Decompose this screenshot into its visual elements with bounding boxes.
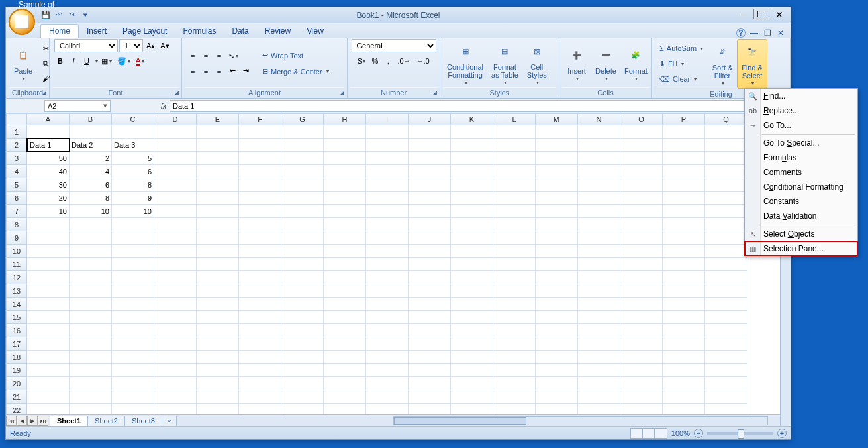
cell-I8[interactable]	[366, 218, 409, 231]
cell-F4[interactable]	[239, 165, 281, 178]
sheet-tab-2[interactable]: Sheet2	[87, 416, 125, 426]
cell-L9[interactable]	[493, 231, 536, 245]
cell-G9[interactable]	[281, 231, 324, 245]
cell-J1[interactable]	[409, 125, 451, 139]
cell-Q19[interactable]	[705, 364, 747, 377]
cell-N14[interactable]	[578, 298, 620, 311]
cell-K10[interactable]	[451, 245, 493, 258]
cell-C16[interactable]	[112, 324, 154, 337]
cell-F2[interactable]	[239, 139, 281, 152]
cell-A13[interactable]	[27, 284, 70, 298]
col-header-L[interactable]: L	[493, 113, 536, 125]
cell-J9[interactable]	[409, 231, 451, 245]
decrease-font-icon[interactable]: A▾	[158, 39, 171, 52]
cell-P7[interactable]	[663, 205, 705, 218]
cell-L8[interactable]	[493, 218, 536, 231]
autosum-button[interactable]: ΣAutoSum▾	[657, 41, 706, 56]
align-middle-icon[interactable]: ≡	[200, 50, 212, 63]
cell-D14[interactable]	[154, 298, 197, 311]
cell-E14[interactable]	[197, 298, 239, 311]
cell-F16[interactable]	[239, 324, 281, 337]
align-top-icon[interactable]: ≡	[187, 50, 199, 63]
cell-O1[interactable]	[620, 125, 663, 139]
fill-color-button[interactable]: 🪣▾	[115, 54, 132, 68]
cell-I1[interactable]	[366, 125, 409, 139]
cell-L12[interactable]	[493, 271, 536, 284]
name-box[interactable]: A2▾	[44, 100, 111, 112]
minimize-ribbon-icon[interactable]: —	[749, 28, 759, 38]
zoom-out-button[interactable]: −	[694, 429, 703, 438]
cell-K20[interactable]	[451, 377, 493, 390]
menu-select-objects[interactable]: ↖Select Objects	[745, 227, 857, 241]
cell-D8[interactable]	[154, 218, 197, 231]
cell-L10[interactable]	[493, 245, 536, 258]
cell-K3[interactable]	[451, 152, 493, 165]
col-header-B[interactable]: B	[70, 113, 112, 125]
cell-H8[interactable]	[324, 218, 366, 231]
paste-button[interactable]: 📋 Paste▾	[9, 43, 38, 84]
font-name-select[interactable]: Calibri	[54, 39, 118, 52]
cell-B9[interactable]	[70, 231, 112, 245]
menu-go-to[interactable]: →Go To...	[745, 118, 857, 133]
cell-A18[interactable]	[27, 351, 70, 364]
cell-J6[interactable]	[409, 192, 451, 205]
cell-G15[interactable]	[281, 311, 324, 324]
cell-K18[interactable]	[451, 351, 493, 364]
cell-B5[interactable]: 6	[70, 178, 112, 192]
cell-M17[interactable]	[536, 337, 578, 351]
font-dialog-launcher[interactable]: ◢	[172, 89, 180, 97]
cell-I19[interactable]	[366, 364, 409, 377]
cell-I4[interactable]	[366, 165, 409, 178]
qat-dropdown-icon[interactable]: ▾	[80, 10, 91, 21]
cell-C21[interactable]	[112, 390, 154, 404]
cell-E7[interactable]	[197, 205, 239, 218]
cell-E12[interactable]	[197, 271, 239, 284]
align-center-icon[interactable]: ≡	[200, 64, 212, 78]
cell-H15[interactable]	[324, 311, 366, 324]
sheet-first-icon[interactable]: ⏮	[6, 416, 17, 426]
minimize-button[interactable]	[735, 9, 752, 21]
cell-J11[interactable]	[409, 258, 451, 271]
tab-insert[interactable]: Insert	[79, 25, 115, 38]
cell-B18[interactable]	[70, 351, 112, 364]
cell-E5[interactable]	[197, 178, 239, 192]
cell-H1[interactable]	[324, 125, 366, 139]
cell-D2[interactable]	[154, 139, 197, 152]
cell-A14[interactable]	[27, 298, 70, 311]
col-header-F[interactable]: F	[239, 113, 281, 125]
cell-K16[interactable]	[451, 324, 493, 337]
cell-H3[interactable]	[324, 152, 366, 165]
cell-E16[interactable]	[197, 324, 239, 337]
cell-H17[interactable]	[324, 337, 366, 351]
cell-G20[interactable]	[281, 377, 324, 390]
row-header-17[interactable]: 17	[6, 337, 27, 351]
cell-A20[interactable]	[27, 377, 70, 390]
formula-input[interactable]: Data 1	[170, 100, 791, 112]
cell-G11[interactable]	[281, 258, 324, 271]
cell-P21[interactable]	[663, 390, 705, 404]
find-select-button[interactable]: 🔭Find & Select▾	[737, 39, 767, 89]
row-header-8[interactable]: 8	[6, 218, 27, 231]
cell-B8[interactable]	[70, 218, 112, 231]
cell-A9[interactable]	[27, 231, 70, 245]
cell-L5[interactable]	[493, 178, 536, 192]
cell-N4[interactable]	[578, 165, 620, 178]
cell-L20[interactable]	[493, 377, 536, 390]
orientation-icon[interactable]: ⤡▾	[226, 50, 240, 63]
cell-F12[interactable]	[239, 271, 281, 284]
save-icon[interactable]: 💾	[40, 10, 51, 21]
cell-K15[interactable]	[451, 311, 493, 324]
menu-comments[interactable]: Comments	[745, 165, 857, 180]
cell-O6[interactable]	[620, 192, 663, 205]
col-header-A[interactable]: A	[27, 113, 70, 125]
cell-B14[interactable]	[70, 298, 112, 311]
cell-H11[interactable]	[324, 258, 366, 271]
cell-F1[interactable]	[239, 125, 281, 139]
cell-B6[interactable]: 8	[70, 192, 112, 205]
cell-K7[interactable]	[451, 205, 493, 218]
cell-D5[interactable]	[154, 178, 197, 192]
cell-N13[interactable]	[578, 284, 620, 298]
cell-B1[interactable]	[70, 125, 112, 139]
number-dialog-launcher[interactable]: ◢	[430, 89, 438, 97]
office-button[interactable]	[9, 9, 35, 35]
